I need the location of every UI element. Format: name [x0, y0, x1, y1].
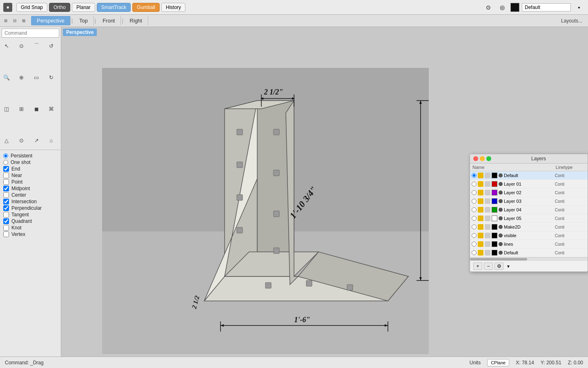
layer-active-radio[interactable]: [472, 207, 477, 212]
tab-front[interactable]: Front: [97, 16, 121, 25]
layer-color-swatch[interactable]: [492, 207, 497, 213]
layer-row[interactable]: Default Conti: [470, 249, 588, 257]
layer-row[interactable]: Layer 02 Conti: [470, 188, 588, 197]
cplane-button[interactable]: CPlane: [487, 359, 509, 366]
layers-close-button[interactable]: [473, 156, 478, 161]
layer-visibility-dot[interactable]: [499, 182, 503, 186]
layer-visibility-dot[interactable]: [499, 242, 503, 246]
layer-row[interactable]: Layer 01 Conti: [470, 180, 588, 188]
layer-row[interactable]: Default Conti: [470, 171, 588, 180]
point-tool[interactable]: ⊙: [16, 40, 27, 52]
layer-color-swatch[interactable]: [492, 173, 497, 178]
layers-scrollbar[interactable]: [470, 257, 588, 260]
layers-scrollbar-thumb[interactable]: [470, 258, 527, 260]
viewport[interactable]: Perspective: [61, 27, 588, 357]
layer-visibility-dot[interactable]: [499, 216, 503, 220]
layer-color-swatch[interactable]: [492, 233, 497, 238]
layers-chevron-button[interactable]: ▼: [505, 263, 512, 270]
layer-active-radio[interactable]: [472, 233, 477, 238]
panel-toggle-icon[interactable]: ▪: [573, 3, 585, 12]
snap-intersection-input[interactable]: [3, 199, 9, 204]
snap-point-input[interactable]: [3, 179, 9, 185]
snap-end-input[interactable]: [3, 166, 9, 172]
surface-tool[interactable]: ◫: [1, 103, 12, 115]
layer-row[interactable]: visible Conti: [470, 231, 588, 240]
layer-visibility-dot[interactable]: [499, 208, 503, 212]
layer-active-radio[interactable]: [472, 250, 477, 255]
solid-tool[interactable]: ◼: [31, 103, 42, 115]
move-tool[interactable]: ↗: [31, 135, 42, 146]
layer-visibility-dot[interactable]: [499, 225, 503, 229]
layer-active-radio[interactable]: [472, 224, 477, 229]
layer-visibility-dot[interactable]: [499, 191, 503, 195]
layer-visibility-dot[interactable]: [499, 199, 503, 203]
layer-color-swatch[interactable]: [492, 198, 497, 204]
layouts-button[interactable]: Layouts...: [557, 17, 586, 25]
color-swatch[interactable]: [510, 3, 519, 12]
layer-color-swatch[interactable]: [492, 241, 497, 247]
layer-color-swatch[interactable]: [492, 224, 497, 230]
snap-persistent-input[interactable]: [3, 153, 8, 158]
tab-top[interactable]: Top: [74, 16, 94, 25]
layers-maximize-button[interactable]: [486, 156, 491, 161]
history-button[interactable]: History: [161, 3, 185, 12]
layers-add-button[interactable]: +: [473, 263, 482, 270]
layers-gear-button[interactable]: ⚙: [494, 263, 503, 270]
snap-center-input[interactable]: [3, 192, 9, 198]
layer-color-swatch[interactable]: [492, 215, 497, 221]
circle-tool[interactable]: ↺: [46, 40, 57, 52]
snap-label: Point: [11, 179, 22, 185]
layer-color-swatch[interactable]: [492, 250, 497, 256]
snap-perpendicular-input[interactable]: [3, 205, 9, 211]
layer-visibility-dot[interactable]: [499, 173, 503, 177]
smart-track-button[interactable]: SmartTrack: [97, 3, 131, 12]
rotate-view-tool[interactable]: ↻: [46, 72, 57, 83]
layer-visibility-dot[interactable]: [499, 251, 503, 255]
layer-active-radio[interactable]: [472, 242, 477, 247]
zoom-tool[interactable]: 🔍: [1, 72, 12, 83]
layer-row[interactable]: Make2D Conti: [470, 223, 588, 231]
snap-quadrant-input[interactable]: [3, 218, 9, 224]
layer-visibility-dot[interactable]: [499, 233, 503, 238]
layer-active-radio[interactable]: [472, 190, 477, 195]
tab-right[interactable]: Right: [124, 16, 148, 25]
layer-color-swatch[interactable]: [492, 190, 497, 195]
select-tool[interactable]: ↖: [1, 40, 12, 52]
snap-knot-input[interactable]: [3, 225, 9, 231]
layer-active-radio[interactable]: [472, 182, 477, 186]
layer-row[interactable]: lines Conti: [470, 240, 588, 249]
sub-tool[interactable]: △: [1, 135, 12, 146]
planar-button[interactable]: Planar: [72, 3, 95, 12]
snap-icon[interactable]: ⊙: [483, 3, 494, 12]
layer-active-radio[interactable]: [472, 199, 477, 204]
grid-snap-button[interactable]: Grid Snap: [16, 3, 47, 12]
pts2-tool[interactable]: ⊙: [16, 135, 27, 146]
layer-active-radio[interactable]: [472, 173, 477, 178]
layers-minimize-button[interactable]: [480, 156, 485, 161]
pts-tool[interactable]: ⊞: [16, 103, 27, 115]
snap-tangent-input[interactable]: [3, 212, 9, 218]
layer-row[interactable]: Layer 05 Conti: [470, 214, 588, 223]
layer-active-radio[interactable]: [472, 216, 477, 221]
snap-label: One shot: [11, 159, 31, 165]
copy-tool[interactable]: ⌂: [46, 135, 57, 146]
rect-tool[interactable]: ▭: [31, 72, 42, 83]
snap-one-shot-input[interactable]: [3, 160, 8, 165]
layer-row[interactable]: Layer 03 Conti: [470, 197, 588, 206]
cplane-icon[interactable]: ◎: [497, 3, 508, 12]
snap-pts-tool[interactable]: ⊕: [16, 72, 27, 83]
layers-remove-button[interactable]: −: [484, 263, 493, 270]
snap-midpoint-input[interactable]: [3, 186, 9, 191]
command-input[interactable]: [2, 29, 59, 38]
mesh-tool[interactable]: ⌘: [46, 103, 57, 115]
layer-row[interactable]: Layer 04 Conti: [470, 206, 588, 214]
curve-tool[interactable]: ⌒: [31, 40, 42, 52]
ortho-button[interactable]: Ortho: [49, 3, 70, 12]
gumball-button[interactable]: Gumball: [132, 3, 160, 12]
tab-perspective[interactable]: Perspective: [31, 16, 71, 25]
snap-near-input[interactable]: [3, 173, 9, 178]
snap-vertex-input[interactable]: [3, 231, 9, 237]
layer-selector[interactable]: [522, 3, 571, 11]
layers-title-bar: Layers: [470, 154, 588, 164]
layer-color-swatch[interactable]: [492, 181, 497, 187]
